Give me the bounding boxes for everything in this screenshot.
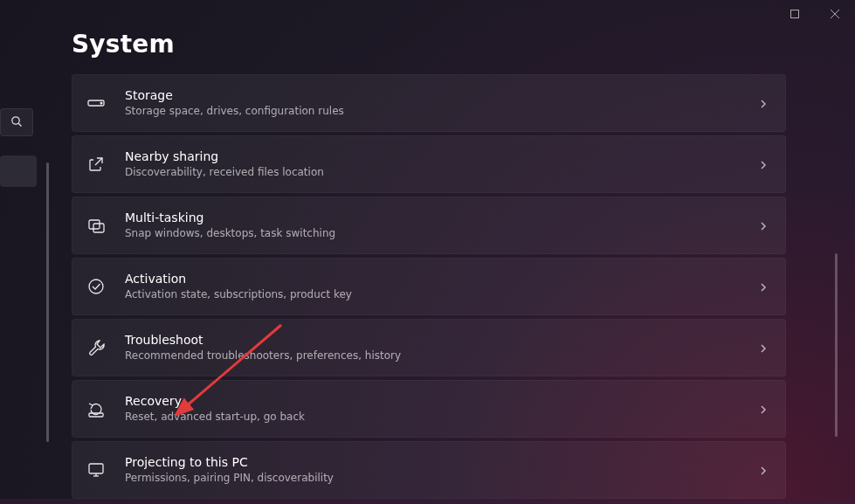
sidebar-indicator	[46, 162, 49, 442]
chevron-right-icon	[757, 464, 769, 476]
svg-rect-4	[89, 220, 100, 229]
activation-icon	[86, 277, 106, 296]
projecting-icon	[86, 460, 106, 480]
setting-title: Activation	[125, 271, 757, 287]
chevron-right-icon	[757, 403, 769, 415]
setting-title: Multi-tasking	[125, 210, 757, 225]
search-icon	[10, 114, 23, 131]
svg-rect-0	[791, 10, 799, 18]
svg-rect-8	[89, 464, 103, 473]
maximize-button[interactable]	[775, 0, 815, 28]
setting-subtitle: Storage space, drives, configuration rul…	[125, 104, 757, 119]
sidebar-item-system[interactable]	[0, 155, 37, 187]
storage-icon	[86, 93, 106, 113]
close-button[interactable]	[815, 0, 855, 28]
setting-subtitle: Reset, advanced start-up, go back	[125, 410, 757, 425]
share-icon	[86, 155, 106, 174]
settings-list: Storage Storage space, drives, configura…	[72, 74, 786, 499]
chevron-right-icon	[757, 158, 769, 170]
search-button[interactable]	[0, 108, 33, 136]
setting-title: Recovery	[125, 393, 757, 409]
troubleshoot-icon	[86, 338, 106, 357]
svg-point-3	[100, 102, 102, 104]
chevron-right-icon	[757, 97, 769, 109]
window-controls	[775, 0, 855, 28]
setting-activation[interactable]: Activation Activation state, subscriptio…	[72, 258, 786, 315]
setting-multitasking[interactable]: Multi-tasking Snap windows, desktops, ta…	[72, 197, 786, 254]
svg-point-6	[89, 280, 103, 293]
setting-subtitle: Recommended troubleshooters, preferences…	[125, 349, 757, 363]
chevron-right-icon	[757, 280, 769, 293]
chevron-right-icon	[757, 219, 769, 231]
setting-title: Nearby sharing	[125, 148, 757, 164]
svg-point-1	[12, 116, 19, 123]
sidebar	[0, 0, 39, 504]
multitask-icon	[86, 216, 106, 235]
setting-subtitle: Permissions, pairing PIN, discoverabilit…	[125, 471, 757, 486]
setting-recovery[interactable]: Recovery Reset, advanced start-up, go ba…	[72, 380, 786, 438]
chevron-right-icon	[757, 342, 769, 354]
setting-title: Storage	[125, 87, 757, 103]
setting-subtitle: Discoverability, received files location	[125, 165, 757, 180]
setting-subtitle: Snap windows, desktops, task switching	[125, 226, 757, 241]
setting-nearby-sharing[interactable]: Nearby sharing Discoverability, received…	[72, 135, 786, 193]
taskbar-edge	[0, 499, 855, 504]
page-title: System	[72, 30, 829, 59]
recovery-icon	[86, 399, 106, 418]
setting-troubleshoot[interactable]: Troubleshoot Recommended troubleshooters…	[72, 319, 786, 376]
scrollbar[interactable]	[835, 253, 838, 437]
setting-projecting[interactable]: Projecting to this PC Permissions, pairi…	[72, 441, 786, 499]
setting-title: Troubleshoot	[125, 332, 757, 348]
main-content: System Storage Storage space, drives, co…	[72, 30, 829, 504]
setting-title: Projecting to this PC	[125, 454, 757, 470]
svg-rect-5	[93, 224, 104, 232]
setting-storage[interactable]: Storage Storage space, drives, configura…	[72, 74, 786, 132]
setting-subtitle: Activation state, subscriptions, product…	[125, 287, 757, 302]
